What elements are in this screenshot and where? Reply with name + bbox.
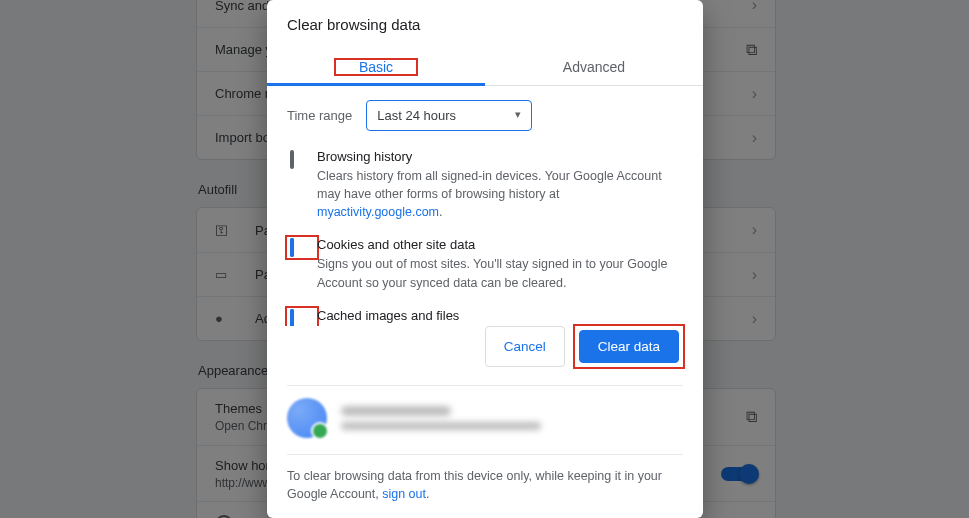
dialog-tabs: Basic Advanced [267,49,703,86]
sign-out-link[interactable]: sign out [382,487,426,501]
option-cookies-title: Cookies and other site data [317,237,683,252]
tab-basic[interactable]: Basic [267,49,485,85]
time-range-label: Time range [287,108,352,123]
tab-indicator [267,83,485,86]
divider [287,454,683,455]
cancel-button[interactable]: Cancel [485,326,565,367]
option-history-title: Browsing history [317,149,683,164]
avatar [287,398,327,438]
myactivity-link[interactable]: myactivity.google.com [317,205,439,219]
clear-data-button[interactable]: Clear data [579,330,679,363]
time-range-select[interactable]: Last 24 hours [366,100,532,131]
tab-advanced[interactable]: Advanced [485,49,703,85]
option-history-desc: Clears history from all signed-in device… [317,167,683,221]
option-cookies-desc: Signs you out of most sites. You'll stay… [317,255,683,291]
tab-basic-label: Basic [335,59,417,75]
account-name-redacted [341,406,451,416]
time-range-value: Last 24 hours [377,108,456,123]
checkbox-cookies[interactable] [290,238,294,257]
checkbox-cache[interactable] [290,309,294,326]
account-email-redacted [341,422,541,430]
dialog-title: Clear browsing data [267,0,703,49]
option-browsing-history[interactable]: Browsing history Clears history from all… [287,149,683,221]
option-cookies[interactable]: Cookies and other site data Signs you ou… [287,237,683,291]
checkbox-history[interactable] [290,150,294,169]
option-cache-title: Cached images and files [317,308,683,323]
divider [287,385,683,386]
clear-browsing-data-dialog: Clear browsing data Basic Advanced Time … [267,0,703,518]
account-row [267,398,703,448]
footer-note: To clear browsing data from this device … [267,467,703,519]
option-cache[interactable]: Cached images and files Frees up less th… [287,308,683,326]
